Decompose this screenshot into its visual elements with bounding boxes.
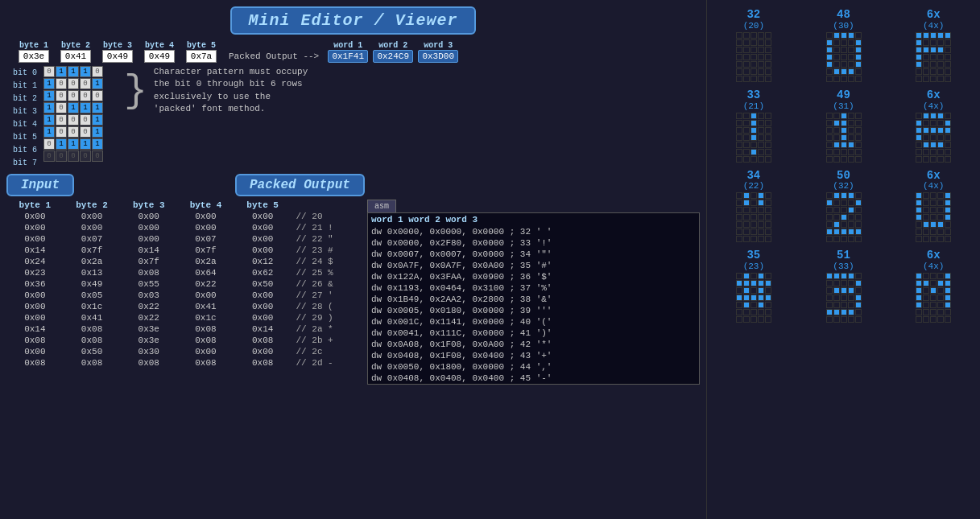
grid-cell-0-2[interactable]: 1 xyxy=(68,66,79,77)
grid-cell-5-1[interactable]: 0 xyxy=(56,126,67,138)
grid-cell-0-4[interactable]: 0 xyxy=(92,66,103,77)
char-cell-0-1-4-4 xyxy=(765,142,771,148)
input-cell-2-4: 0x00 xyxy=(234,233,292,245)
grid-cell-6-4[interactable]: 1 xyxy=(92,138,103,150)
char-cell-2-2-4-3 xyxy=(937,221,944,228)
char-cell-2-2-5-0 xyxy=(916,229,922,235)
grid-cell-4-3[interactable]: 0 xyxy=(80,114,91,126)
char-cell-2-3-0-3 xyxy=(937,273,944,279)
char-cell-2-3-4-2 xyxy=(930,302,937,308)
grid-cell-5-3[interactable]: 0 xyxy=(80,126,91,138)
char-cell-1-3-1-0 xyxy=(826,280,833,286)
packed-cell-11: dw 0x0408, 0x1F08, 0x0400 ; 43 '+' xyxy=(368,350,699,361)
char-cell-2-0-0-0 xyxy=(916,32,922,39)
grid-cell-2-1[interactable]: 0 xyxy=(56,90,67,101)
char-cell-0-2-6-1 xyxy=(743,236,750,242)
grid-cell-0-3[interactable]: 1 xyxy=(80,66,91,77)
grid-cell-7-4[interactable]: 0 xyxy=(92,150,103,162)
grid-cell-1-4[interactable]: 1 xyxy=(92,78,103,89)
grid-cell-4-0[interactable]: 1 xyxy=(43,114,55,126)
char-cell-1-0-1-4 xyxy=(855,39,862,46)
char-cell-0-3-6-1 xyxy=(743,316,750,323)
grid-cell-3-4[interactable]: 1 xyxy=(92,102,103,113)
char-grid-2-2 xyxy=(916,192,951,242)
input-cell-11-4: 0x08 xyxy=(234,335,292,346)
input-cell-5-5: // 25 % xyxy=(292,267,361,278)
char-cell-1-3-5-3 xyxy=(848,309,854,315)
char-grid-1-3 xyxy=(826,273,862,323)
char-cell-1-0-4-2 xyxy=(841,61,847,68)
char-cell-2-2-0-4 xyxy=(945,192,951,199)
char-cell-1-2-4-2 xyxy=(841,221,847,228)
grid-cell-4-1[interactable]: 0 xyxy=(56,114,67,126)
char-cell-0-3-0-3 xyxy=(758,273,764,279)
char-cell-2-3-5-0 xyxy=(916,309,922,315)
input-row-1: 0x000x000x000x000x00// 21 ! xyxy=(6,222,361,233)
char-cell-1-3-4-2 xyxy=(841,302,847,308)
grid-cell-0-0[interactable]: 0 xyxy=(43,66,55,77)
char-cell-1-0-3-3 xyxy=(848,54,854,60)
grid-cell-1-2[interactable]: 0 xyxy=(68,78,79,89)
char-cell-2-2-2-0 xyxy=(916,207,922,213)
grid-cell-6-0[interactable]: 0 xyxy=(43,138,55,150)
grid-cell-2-3[interactable]: 0 xyxy=(80,90,91,101)
char-cell-1-0-6-1 xyxy=(833,76,840,82)
grid-cell-1-3[interactable]: 0 xyxy=(80,78,91,89)
char-cell-1-2-3-2 xyxy=(841,214,847,220)
grid-cell-3-0[interactable]: 1 xyxy=(43,102,55,113)
grid-cell-7-1[interactable]: 0 xyxy=(56,150,67,162)
grid-cell-5-0[interactable]: 1 xyxy=(43,126,55,138)
char-cell-0-0-0-4 xyxy=(765,32,771,39)
grid-cell-6-2[interactable]: 1 xyxy=(68,138,79,150)
char-cell-1-2-0-4 xyxy=(855,192,862,199)
char-sub-1-3: (33) xyxy=(833,262,854,271)
char-cell-2-2-2-4 xyxy=(945,207,951,213)
char-preview-0-2: 34(22) xyxy=(710,167,797,245)
char-cell-2-1-6-1 xyxy=(923,156,929,163)
grid-cell-3-2[interactable]: 1 xyxy=(68,102,79,113)
char-number-1-1: 49 xyxy=(837,89,850,102)
char-cell-2-2-1-4 xyxy=(945,200,951,206)
char-cell-1-1-1-4 xyxy=(855,120,862,126)
input-row-7: 0x000x050x030x000x00// 27 ' xyxy=(6,290,361,301)
char-preview-0-1: 33(21) xyxy=(710,87,797,164)
grid-cell-7-2[interactable]: 0 xyxy=(68,150,79,162)
char-cell-2-1-5-0 xyxy=(916,149,922,155)
grid-cell-2-0[interactable]: 1 xyxy=(43,90,55,101)
char-cell-0-3-6-4 xyxy=(765,316,771,323)
grid-cell-2-2[interactable]: 0 xyxy=(68,90,79,101)
grid-cell-1-0[interactable]: 1 xyxy=(43,78,55,89)
grid-cell-2-4[interactable]: 0 xyxy=(92,90,103,101)
grid-cell-7-3[interactable]: 0 xyxy=(80,150,91,162)
grid-cell-5-2[interactable]: 0 xyxy=(68,126,79,138)
char-cell-0-3-1-3 xyxy=(758,280,764,286)
char-cell-1-1-6-3 xyxy=(848,156,854,163)
input-cell-4-1: 0x2a xyxy=(64,256,121,267)
char-cell-0-2-3-0 xyxy=(736,214,742,220)
grid-cell-7-0[interactable]: 0 xyxy=(43,150,55,162)
char-cell-2-1-5-4 xyxy=(945,149,951,155)
word-col-2: word 2 0x24C9 xyxy=(370,41,416,63)
input-cell-12-3: 0x00 xyxy=(177,346,234,357)
char-cell-0-0-3-1 xyxy=(743,54,750,60)
char-cell-0-3-3-3 xyxy=(758,295,764,301)
char-cell-2-3-0-1 xyxy=(923,273,929,279)
char-grid-2-0 xyxy=(916,32,951,82)
grid-cell-1-1[interactable]: 0 xyxy=(56,78,67,89)
grid-cell-0-1[interactable]: 1 xyxy=(56,66,67,77)
char-sub-1-0: (30) xyxy=(833,22,854,31)
grid-cell-6-1[interactable]: 1 xyxy=(56,138,67,150)
char-cell-0-2-5-4 xyxy=(765,229,771,235)
grid-cell-3-1[interactable]: 0 xyxy=(56,102,67,113)
char-cell-1-2-3-4 xyxy=(855,214,862,220)
grid-cell-5-4[interactable]: 1 xyxy=(92,126,103,138)
grid-cell-4-4[interactable]: 1 xyxy=(92,114,103,126)
char-cell-0-2-4-3 xyxy=(758,221,764,228)
grid-cell-6-3[interactable]: 1 xyxy=(80,138,91,150)
grid-cell-4-2[interactable]: 0 xyxy=(68,114,79,126)
grid-cell-3-3[interactable]: 1 xyxy=(80,102,91,113)
char-cell-0-0-4-2 xyxy=(751,61,757,68)
asm-tab[interactable]: asm xyxy=(367,200,396,212)
char-cell-2-2-3-3 xyxy=(937,214,944,220)
input-table: byte 1byte 2byte 3byte 4byte 5 0x000x000… xyxy=(6,200,361,369)
